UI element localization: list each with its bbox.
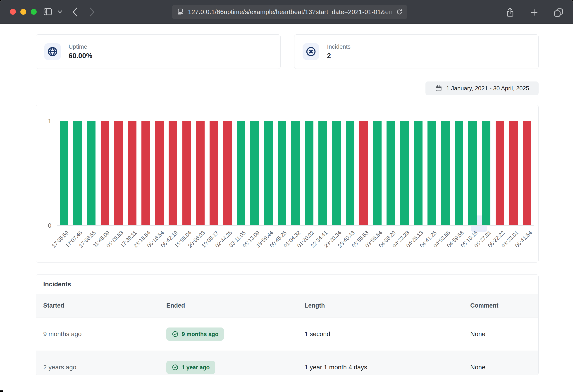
bar-slot [125,121,139,225]
close-window-button[interactable] [10,9,16,15]
heartbeat-bar-04:41:25[interactable] [428,121,436,225]
date-range-label: 1 January, 2021 - 30 April, 2025 [446,85,529,92]
heartbeat-bar-17:39:11[interactable] [128,121,136,225]
sidebar-icon [43,7,53,17]
bar-slot [275,121,289,225]
y-tick-0: 0 [40,222,51,229]
ended-badge: 1 year ago [166,361,215,374]
heartbeat-bar-18:59:44[interactable] [264,121,273,225]
bar-slot [371,121,384,225]
incidents-label: Incidents [327,43,351,50]
bar-slot [479,121,493,225]
cell-comment: None [463,351,538,375]
bar-slot [194,121,207,225]
incidents-value: 2 [327,52,351,60]
heartbeat-bar-01:04:32[interactable] [291,121,300,225]
cell-length: 1 second [297,318,463,351]
check-circle-icon [172,331,179,338]
heartbeat-bar-01:30:02[interactable] [305,121,313,225]
bar-slot [507,121,520,225]
heartbeat-bar-15:55:04[interactable] [182,121,191,225]
ended-badge: 9 months ago [166,327,224,341]
heartbeat-bar-11:46:09[interactable] [101,121,109,225]
globe-icon [47,46,58,57]
heartbeat-bar-05:10:16[interactable] [468,121,477,225]
heartbeat-bar-19:08:17[interactable] [210,121,218,225]
incidents-section-title: Incidents [36,275,538,294]
heartbeat-bar-03:11:05[interactable] [237,121,245,225]
heartbeat-bar-23:40:43[interactable] [346,121,354,225]
bar-slot [166,121,180,225]
heartbeat-bar-03:55:54[interactable] [373,121,381,225]
bar-slot [248,121,261,225]
heartbeat-bar-02:44:25[interactable] [223,121,232,225]
heartbeat-bar-22:34:41[interactable] [318,121,327,225]
tab-overview-icon[interactable] [553,7,564,18]
bar-slot [329,121,343,225]
back-button[interactable] [72,7,78,17]
incidents-table-card: Incidents StartedEndedLengthComment 9 mo… [36,274,538,375]
date-range-button[interactable]: 1 January, 2021 - 30 April, 2025 [426,81,538,95]
heartbeat-bar-17:05:59[interactable] [60,121,68,225]
cell-started: 9 months ago [36,318,159,351]
heartbeat-bar-20:06:03[interactable] [196,121,205,225]
incident-row: 9 months ago 9 months ago 1 secondNone [36,318,538,351]
bar-slot [98,121,112,225]
incidents-table: StartedEndedLengthComment 9 months ago 9… [36,294,538,375]
bar-slot [139,121,153,225]
incidents-stat-card: Incidents 2 [294,35,538,69]
heartbeat-bar-04:53:55[interactable] [441,121,450,225]
bar-slot [71,121,84,225]
incidents-header-row: StartedEndedLengthComment [36,294,538,318]
heartbeat-bar-00:45:25[interactable] [278,121,286,225]
minimize-window-button[interactable] [20,9,26,15]
cell-ended: 9 months ago [159,318,297,351]
url-fade [380,8,395,16]
heartbeat-bar-05:13:09[interactable] [250,121,259,225]
forward-button[interactable] [89,7,95,17]
heartbeat-bar-06:41:54[interactable] [523,121,531,225]
cell-comment: None [463,318,538,351]
x-circle-icon [305,46,316,57]
bar-slot [493,121,507,225]
bar-slot [520,121,534,225]
bar-slot [180,121,194,225]
heartbeat-bar-23:15:54[interactable] [142,121,150,225]
heartbeat-bar-17:08:55[interactable] [87,121,95,225]
heartbeat-bar-23:20:34[interactable] [332,121,341,225]
bar-slot [316,121,329,225]
heartbeat-bar-05:27:01[interactable] [482,121,490,225]
heartbeat-bar-04:22:28[interactable] [400,121,409,225]
address-bar[interactable]: 127.0.0.1/66uptime/s/example/heartbeat/1… [172,5,407,19]
chevron-left-icon [72,7,78,17]
sidebar-menu-chevron[interactable] [57,10,63,14]
badge-label: 9 months ago [182,331,219,338]
heartbeat-bar-06:16:54[interactable] [155,121,164,225]
heartbeat-bar-04:25:13[interactable] [414,121,423,225]
share-icon[interactable] [505,7,515,18]
heartbeat-bar-03:55:53[interactable] [359,121,368,225]
bar-slot [343,121,357,225]
cell-length: 1 year 1 month 4 days [297,351,463,375]
heartbeat-bar-04:08:20[interactable] [387,121,395,225]
page-settings-icon[interactable] [176,8,185,16]
bar-slot [57,121,71,225]
heartbeat-bar-03:23:01[interactable] [509,121,518,225]
bar-slot [112,121,125,225]
cell-started: 2 years ago [36,351,159,375]
y-tick-1: 1 [40,118,51,125]
reload-button[interactable] [395,8,403,16]
browser-toolbar: 127.0.0.1/66uptime/s/example/heartbeat/1… [0,0,573,24]
sidebar-toggle-button[interactable] [43,7,53,17]
heartbeat-chart-card: 1 0 17:05:5917:07:4617:08:5511:46:0905:3… [36,105,538,263]
heartbeat-bar-17:07:46[interactable] [73,121,82,225]
bar-slot [384,121,398,225]
heartbeat-bar-04:59:56[interactable] [455,121,463,225]
new-tab-icon[interactable] [529,7,539,18]
bar-slot [262,121,275,225]
heartbeat-bar-05:39:53[interactable] [114,121,123,225]
heartbeat-bar-06:22:22[interactable] [496,121,504,225]
heartbeat-bar-06:42:19[interactable] [169,121,177,225]
zoom-window-button[interactable] [31,9,37,15]
bar-slot [411,121,425,225]
